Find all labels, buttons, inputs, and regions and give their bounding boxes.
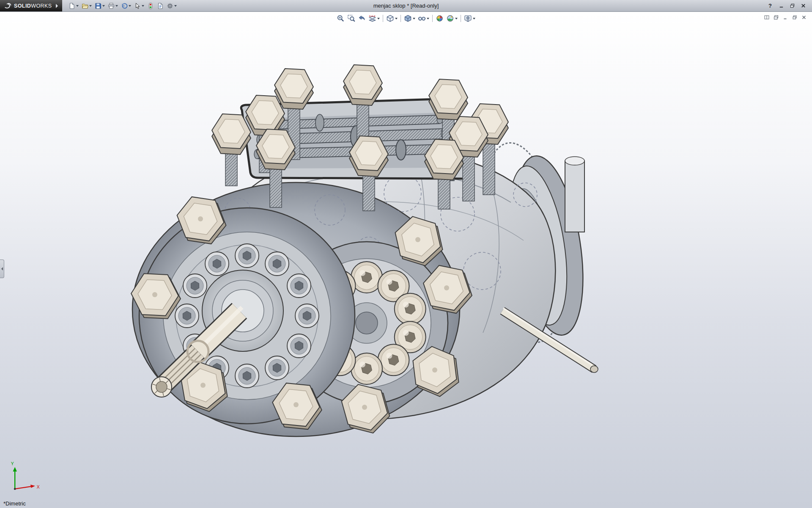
doc-window-split-button[interactable] (763, 14, 771, 20)
orientation-triad: Y X (8, 461, 44, 497)
hide-show-items-icon (418, 14, 426, 22)
dropdown-caret-icon[interactable] (455, 18, 458, 19)
open-button[interactable] (80, 2, 93, 10)
select-icon (134, 3, 141, 9)
zoom-to-fit-button[interactable] (336, 14, 346, 23)
toolbar-separator (432, 15, 433, 22)
solidworks-window: SOLIDWORKS menjac sklop * [Read-only] ? … (0, 0, 812, 508)
doc-window-float-icon (774, 15, 779, 20)
collapse-arrow-icon (1, 267, 3, 271)
dropdown-caret-icon[interactable] (413, 18, 415, 19)
doc-window-float-button[interactable] (772, 14, 780, 20)
doc-minimize-icon (783, 15, 788, 20)
display-style-icon (404, 14, 412, 22)
main-toolbar (62, 2, 178, 10)
dropdown-caret-icon[interactable] (115, 5, 118, 7)
toolbar-separator (461, 15, 461, 22)
brand-bold: SOLID (14, 3, 31, 9)
triad-y-axis: Y (11, 461, 17, 489)
apply-scene-icon (446, 14, 454, 22)
save-icon (95, 3, 102, 9)
view-orientation-button[interactable] (385, 14, 398, 23)
dropdown-caret-icon[interactable] (142, 5, 144, 7)
undo-button[interactable] (120, 2, 132, 10)
dropdown-caret-icon[interactable] (102, 5, 105, 7)
help-button[interactable]: ? (765, 2, 775, 10)
print-icon (108, 3, 115, 9)
file-properties-icon (157, 3, 164, 9)
title-bar: SOLIDWORKS menjac sklop * [Read-only] ? (0, 0, 812, 12)
gearbox-3d-model[interactable] (0, 12, 812, 508)
undo-icon (121, 3, 128, 9)
brand-light: WORKS (31, 3, 52, 9)
triad-y-label: Y (11, 461, 14, 466)
close-icon (801, 3, 806, 8)
hide-show-items-button[interactable] (417, 14, 430, 23)
triad-origin (14, 488, 16, 490)
graphics-viewport[interactable]: Y X *Dimetric (0, 12, 812, 508)
file-properties-button[interactable] (156, 2, 165, 10)
rebuild-icon (147, 3, 154, 9)
print-button[interactable] (107, 2, 119, 10)
section-view-button[interactable] (368, 14, 381, 23)
dropdown-caret-icon[interactable] (174, 5, 177, 7)
edit-appearance-button[interactable] (435, 14, 444, 23)
open-icon (82, 3, 88, 9)
rebuild-button[interactable] (146, 2, 155, 10)
apply-scene-button[interactable] (445, 14, 458, 23)
doc-window-split-icon (764, 15, 769, 20)
zoom-to-fit-icon (337, 14, 345, 22)
triad-x-label: X (37, 484, 40, 489)
dropdown-caret-icon[interactable] (129, 5, 131, 7)
previous-view-button[interactable] (357, 14, 367, 23)
dropdown-caret-icon[interactable] (473, 18, 475, 19)
doc-minimize-button[interactable] (782, 14, 789, 20)
section-view-icon (368, 14, 376, 22)
close-button[interactable] (798, 2, 808, 10)
window-controls: ? (765, 2, 812, 10)
logo-expand-arrow[interactable] (56, 4, 58, 8)
toolbar-separator (383, 15, 383, 22)
restore-icon (790, 3, 795, 8)
restore-button[interactable] (787, 2, 797, 10)
dropdown-caret-icon[interactable] (76, 5, 79, 7)
view-settings-icon (464, 14, 472, 22)
dropdown-caret-icon[interactable] (427, 18, 429, 19)
new-document-button[interactable] (67, 2, 80, 10)
view-orientation-label: *Dimetric (3, 500, 26, 507)
heads-up-toolbar (336, 14, 476, 23)
select-button[interactable] (133, 2, 145, 10)
save-button[interactable] (93, 2, 106, 10)
brand-text: SOLIDWORKS (14, 3, 52, 9)
help-icon: ? (768, 3, 772, 9)
options-icon (167, 3, 173, 9)
zoom-to-area-button[interactable] (346, 14, 356, 23)
dropdown-caret-icon[interactable] (89, 5, 92, 7)
document-window-controls (763, 14, 808, 20)
new-document-icon (69, 3, 75, 9)
feature-panel-collapse-handle[interactable] (0, 260, 4, 278)
display-style-button[interactable] (403, 14, 416, 23)
dropdown-caret-icon[interactable] (377, 18, 380, 19)
doc-restore-button[interactable] (791, 14, 798, 20)
edit-appearance-icon (436, 14, 444, 22)
options-button[interactable] (165, 2, 178, 10)
minimize-button[interactable] (776, 2, 786, 10)
view-settings-button[interactable] (463, 14, 476, 23)
toolbar-separator (401, 15, 401, 22)
dropdown-caret-icon[interactable] (395, 18, 398, 19)
doc-restore-icon (792, 15, 797, 20)
triad-x-axis: X (15, 484, 40, 489)
doc-close-button[interactable] (800, 14, 808, 20)
view-orientation-icon (386, 14, 394, 22)
solidworks-logo: SOLIDWORKS (0, 0, 62, 11)
dassault-logo-icon (3, 3, 12, 9)
previous-view-icon (358, 14, 366, 22)
zoom-to-area-icon (347, 14, 355, 22)
doc-close-icon (801, 15, 807, 20)
minimize-icon (779, 3, 784, 8)
